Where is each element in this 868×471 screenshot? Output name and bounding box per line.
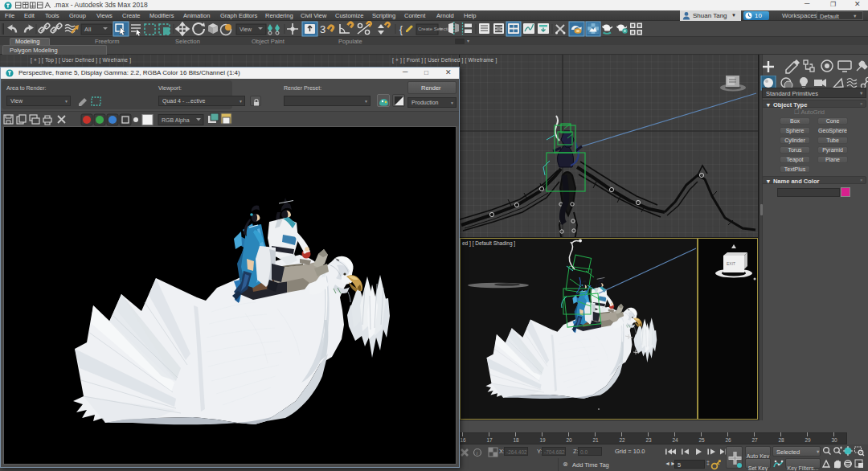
svg-text:View: View xyxy=(240,27,252,32)
svg-text:All: All xyxy=(84,26,92,33)
svg-text:RGB Alpha: RGB Alpha xyxy=(162,117,190,124)
svg-text:{: { xyxy=(399,24,403,35)
svg-text:3: 3 xyxy=(320,23,326,35)
svg-text:i: i xyxy=(477,450,478,457)
svg-text:EXIT: EXIT xyxy=(727,261,735,266)
